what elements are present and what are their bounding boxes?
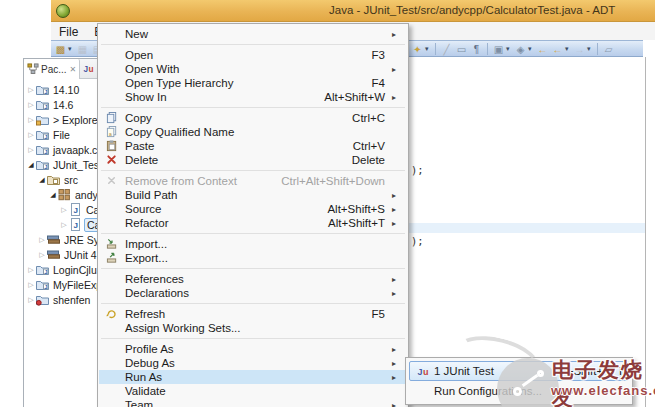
menu-item-label: Show In	[125, 91, 167, 103]
tree-item-andycpp[interactable]: ◢andycpp	[24, 187, 97, 202]
expand-arrow-icon[interactable]: ▷	[26, 266, 36, 274]
next-annotation-icon[interactable]: ▣	[491, 42, 506, 57]
tree-item-jre-system-library[interactable]: ▷JRE System Library	[24, 232, 97, 247]
tree-item-calculator-java[interactable]: ▷JCalculator.java	[24, 202, 97, 217]
menu-item-build-path[interactable]: Build Path▸	[99, 188, 407, 202]
expand-arrow-icon[interactable]: ▷	[26, 131, 36, 139]
last-edit-location-icon[interactable]: ←	[535, 42, 550, 57]
previous-annotation-icon[interactable]: ◈	[513, 42, 528, 57]
expand-arrow-icon[interactable]: ▷	[37, 236, 47, 244]
window-titlebar[interactable]: Java - JUnit_Test/src/andycpp/Calculator…	[51, 0, 655, 22]
menu-item-import[interactable]: Import...	[99, 237, 407, 251]
menu-item-open-type-hierarchy[interactable]: Open Type HierarchyF4	[99, 76, 407, 90]
expand-arrow-icon[interactable]: ▷	[59, 221, 69, 229]
expand-arrow-icon[interactable]: ▷	[26, 86, 36, 94]
perspective-icon[interactable]: ▱	[601, 42, 616, 57]
tab-junit[interactable]: Ju	[80, 59, 98, 79]
tree-item-calculatortest-java[interactable]: ▷JCalculatorTest.java	[24, 217, 97, 232]
show-whitespace-icon[interactable]: ¶	[469, 42, 484, 57]
menu-separator	[101, 170, 405, 171]
back-icon[interactable]: ←	[550, 42, 565, 57]
show-selected-element-icon[interactable]: ▭	[454, 42, 469, 57]
menu-item-new[interactable]: New▸	[99, 27, 407, 41]
menu-item-profile-as[interactable]: Profile As▸	[99, 342, 407, 356]
tree-item-javaapk-com[interactable]: ▷Jjavaapk.com	[24, 142, 97, 157]
collapse-arrow-icon[interactable]: ◢	[26, 161, 36, 169]
menu-item-label: Debug As	[125, 357, 175, 369]
java-class-icon: J	[69, 203, 82, 216]
package-explorer-icon	[27, 63, 39, 75]
svg-text:J: J	[45, 269, 48, 275]
java-project-icon: J	[36, 143, 49, 156]
menu-item-run-as[interactable]: Run As▸	[99, 370, 407, 384]
mark-occurrences-icon[interactable]: ╱	[439, 42, 454, 57]
tree-item-src[interactable]: ◢src	[24, 172, 97, 187]
toolbar-separator	[435, 43, 436, 55]
menu-item-source[interactable]: SourceAlt+Shift+S▸	[99, 202, 407, 216]
new-wizard-icon[interactable]: ▩	[53, 42, 68, 57]
menu-item-assign-working-sets[interactable]: Assign Working Sets...	[99, 321, 407, 335]
menubar-item-file[interactable]: File	[51, 23, 86, 39]
expand-arrow-icon[interactable]: ▷	[26, 146, 36, 154]
collapse-arrow-icon[interactable]: ◢	[48, 191, 58, 199]
tree-item-14-6[interactable]: ▷J14.6	[24, 97, 97, 112]
menu-separator	[101, 303, 405, 304]
dropdown-arrow-icon[interactable]: ▾	[68, 45, 75, 53]
menu-item-label: Refresh	[125, 308, 165, 320]
tree-item-myfileexplorer[interactable]: ▷JMyFileExplorer	[24, 277, 97, 292]
close-icon[interactable]: ✕	[69, 65, 77, 74]
menu-item-refactor[interactable]: RefactorAlt+Shift+T▸	[99, 216, 407, 230]
window-title: Java - JUnit_Test/src/andycpp/Calculator…	[329, 4, 615, 16]
tree-item-explorer[interactable]: ▷> Explorer_	[24, 112, 97, 127]
expand-arrow-icon[interactable]: ▷	[26, 296, 36, 304]
expand-arrow-icon[interactable]: ▷	[26, 281, 36, 289]
submenu-item-1-junit-test[interactable]: Ju1 JUnit TestAlt+Shift+X, T	[409, 361, 629, 381]
submenu-item-run-configurations[interactable]: Run Configurations...	[409, 381, 629, 401]
tree-item-junit-4[interactable]: ▷JUnit 4	[24, 247, 97, 262]
dropdown-arrow-icon[interactable]: ▾	[425, 45, 432, 53]
menu-item-open-with[interactable]: Open With▸	[99, 62, 407, 76]
submenu-arrow-icon: ▸	[392, 289, 403, 298]
menu-item-show-in[interactable]: Show InAlt+Shift+W▸	[99, 90, 407, 104]
menu-item-label: Validate	[125, 385, 166, 397]
dropdown-arrow-icon[interactable]: ▾	[587, 45, 594, 53]
menu-item-refresh[interactable]: RefreshF5	[99, 307, 407, 321]
menu-item-debug-as[interactable]: Debug As▸	[99, 356, 407, 370]
expand-arrow-icon[interactable]: ▷	[26, 116, 36, 124]
tree-item-junit-test[interactable]: ◢JJUnit_Test	[24, 157, 97, 172]
tab-package-explorer[interactable]: Pac...✕	[24, 59, 80, 79]
menu-item-export[interactable]: Export...	[99, 251, 407, 265]
menu-item-validate[interactable]: Validate	[99, 384, 407, 398]
menu-item-paste[interactable]: PasteCtrl+V	[99, 139, 407, 153]
menu-item-copy-qualified-name[interactable]: aCopy Qualified Name	[99, 125, 407, 139]
expand-arrow-icon[interactable]: ▷	[26, 101, 36, 109]
tree-item-14-10[interactable]: ▷J14.10	[24, 82, 97, 97]
save-icon[interactable]: ▦	[75, 42, 90, 57]
menu-item-label: References	[125, 273, 184, 285]
paste-icon	[106, 140, 118, 152]
tree-item-shenfen[interactable]: ▷shenfen	[24, 292, 97, 307]
library-icon	[47, 248, 60, 261]
menu-item-copy[interactable]: CopyCtrl+C	[99, 111, 407, 125]
dropdown-arrow-icon[interactable]: ▾	[506, 45, 513, 53]
code-fragment: );	[411, 235, 424, 247]
menu-item-label: Assign Working Sets...	[125, 322, 240, 334]
forward-icon[interactable]: →	[572, 42, 587, 57]
expand-arrow-icon[interactable]: ▷	[59, 206, 69, 214]
menu-item-references[interactable]: References▸	[99, 272, 407, 286]
submenu-arrow-icon: ▸	[392, 359, 403, 368]
expand-arrow-icon[interactable]: ▷	[37, 251, 47, 259]
menu-item-shortcut: F4	[372, 77, 392, 89]
collapse-arrow-icon[interactable]: ◢	[37, 176, 47, 184]
menu-item-open[interactable]: OpenF3	[99, 48, 407, 62]
dropdown-arrow-icon[interactable]: ▾	[528, 45, 535, 53]
tree-item-file[interactable]: ▷JFile	[24, 127, 97, 142]
dropdown-arrow-icon[interactable]: ▾	[565, 45, 572, 53]
menu-item-team[interactable]: Team▸	[99, 398, 407, 407]
svg-text:J: J	[45, 164, 48, 170]
coverage-icon[interactable]: ✦	[410, 42, 425, 57]
menu-item-declarations[interactable]: Declarations▸	[99, 286, 407, 300]
menu-item-delete[interactable]: DeleteDelete	[99, 153, 407, 167]
tree-item-logincjlu[interactable]: ▷JLoginCjlu	[24, 262, 97, 277]
package-explorer-tree: ▷J14.10▷J14.6▷> Explorer_▷JFile▷Jjavaapk…	[24, 79, 97, 307]
